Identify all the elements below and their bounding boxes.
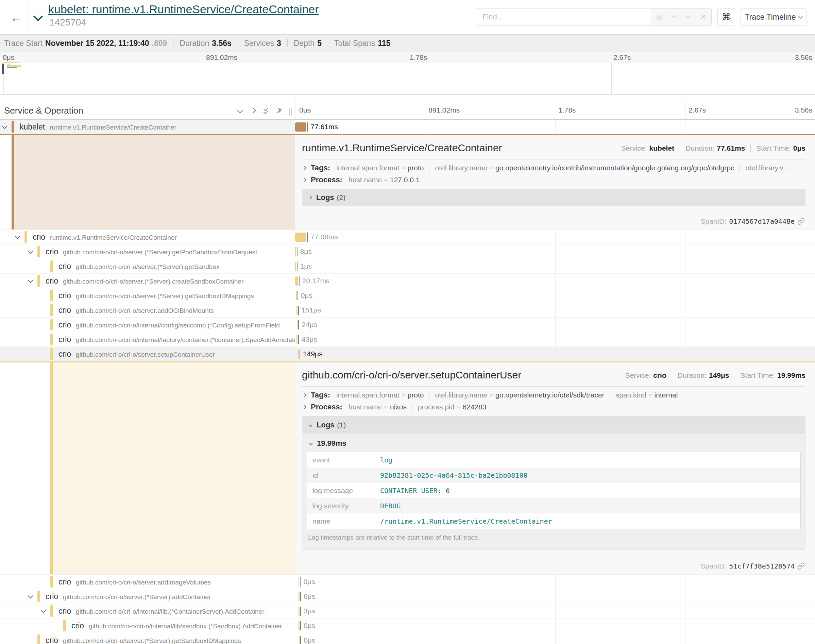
tags-row[interactable]: Tags: internal.span.format = protootel.l… bbox=[302, 391, 806, 400]
logs-toggle[interactable]: Logs (1) bbox=[302, 417, 805, 434]
find-prev-icon[interactable] bbox=[671, 15, 677, 21]
span-row[interactable]: criogithub.com/cri-o/cri-o/server.addIma… bbox=[0, 575, 815, 589]
span-row[interactable]: criogithub.com/cri-o/cri-o/server.addOCI… bbox=[0, 303, 815, 317]
minimap-tick: 0μs bbox=[3, 54, 14, 61]
duration-bar[interactable] bbox=[295, 247, 296, 256]
process-row[interactable]: Process: host.name = nixosprocess.pid = … bbox=[302, 403, 806, 411]
trace-start-value: November 15 2022, 11:19:40 bbox=[45, 39, 149, 48]
span-name-cell[interactable]: crioruntime.v1.RuntimeService/CreateCont… bbox=[0, 230, 295, 244]
duration-bar[interactable] bbox=[295, 233, 306, 242]
duration-bar[interactable] bbox=[299, 607, 300, 616]
span-row[interactable]: criogithub.com/cri-o/cri-o/server.(*Serv… bbox=[0, 633, 815, 644]
back-arrow-icon[interactable]: ← bbox=[8, 9, 25, 26]
log-entry-toggle[interactable]: 19.99ms bbox=[308, 439, 801, 448]
span-row[interactable]: criogithub.com/cri-o/cri-o/server.(*Serv… bbox=[0, 589, 815, 604]
locate-icon[interactable]: ◎ bbox=[656, 12, 662, 21]
span-row[interactable]: kubeletruntime.v1.RuntimeService/CreateC… bbox=[0, 120, 815, 134]
link-icon[interactable] bbox=[797, 218, 805, 225]
operation-name: github.com/cri-o/cri-o/server.setupConta… bbox=[76, 351, 215, 358]
span-timeline-cell[interactable]: 20.17ms bbox=[295, 274, 815, 288]
duration-bar[interactable] bbox=[297, 306, 297, 315]
duration-bar[interactable] bbox=[299, 621, 300, 630]
duration-bar[interactable] bbox=[298, 350, 299, 359]
chevron-down-icon[interactable] bbox=[28, 248, 33, 254]
span-row[interactable]: criogithub.com/cri-o/cri-o/internal/lib.… bbox=[0, 604, 815, 618]
span-name-cell[interactable]: criogithub.com/cri-o/cri-o/server.setupC… bbox=[0, 347, 295, 361]
logs-toggle[interactable]: Logs (2) bbox=[302, 189, 806, 206]
expand-all-icon[interactable] bbox=[277, 109, 279, 112]
collapse-one-icon[interactable] bbox=[237, 107, 243, 113]
find-next-icon[interactable] bbox=[685, 13, 691, 19]
span-timeline-cell[interactable]: 0μs bbox=[295, 575, 815, 589]
span-timeline-cell[interactable]: 43μs bbox=[295, 332, 815, 347]
chevron-down-icon[interactable] bbox=[2, 124, 8, 129]
process-row[interactable]: Process: host.name = 127.0.0.1 bbox=[302, 175, 806, 184]
span-name-cell[interactable]: criogithub.com/cri-o/cri-o/internal/conf… bbox=[0, 317, 295, 332]
minimap-drag-handle[interactable] bbox=[2, 64, 4, 74]
span-name-cell[interactable]: criogithub.com/cri-o/cri-o/server.addIma… bbox=[0, 575, 295, 589]
span-row[interactable]: criogithub.com/cri-o/cri-o/internal/conf… bbox=[0, 317, 815, 332]
collapse-all-icon[interactable] bbox=[264, 107, 268, 113]
duration-bar[interactable] bbox=[299, 577, 300, 587]
duration-label: Duration bbox=[179, 39, 209, 48]
span-timeline-cell[interactable]: 8μs bbox=[295, 244, 815, 259]
span-row[interactable]: criogithub.com/cri-o/cri-o/internal/fact… bbox=[0, 332, 815, 347]
span-timeline-cell[interactable]: 6μs bbox=[295, 589, 815, 604]
span-row[interactable]: crioruntime.v1.RuntimeService/CreateCont… bbox=[0, 230, 815, 244]
chevron-down-icon[interactable] bbox=[41, 608, 46, 613]
span-row[interactable]: criogithub.com/cri-o/cri-o/server.setupC… bbox=[0, 347, 815, 362]
span-timeline-cell[interactable]: 0μs bbox=[295, 618, 815, 633]
duration-bar[interactable] bbox=[296, 291, 297, 300]
span-name-cell[interactable]: criogithub.com/cri-o/cri-o/server.(*Serv… bbox=[0, 589, 295, 604]
duration-bar[interactable] bbox=[295, 262, 296, 271]
span-timeline-cell[interactable]: 77.08ms bbox=[295, 230, 815, 244]
span-timeline-cell[interactable]: 24μs bbox=[295, 317, 815, 332]
duration-bar[interactable] bbox=[295, 123, 306, 132]
span-row[interactable]: criogithub.com/cri-o/cri-o/server.(*Serv… bbox=[0, 259, 815, 274]
view-selector-button[interactable]: Trace Timeline bbox=[740, 8, 806, 26]
duration-bar[interactable] bbox=[299, 592, 300, 601]
span-row[interactable]: criogithub.com/cri-o/cri-o/server.(*Serv… bbox=[0, 288, 815, 303]
tags-row[interactable]: Tags: internal.span.format = protootel.l… bbox=[302, 164, 806, 172]
duration-bar[interactable] bbox=[297, 335, 297, 344]
chevron-down-icon[interactable] bbox=[15, 234, 20, 239]
span-row[interactable]: criogithub.com/cri-o/cri-o/internal/lib/… bbox=[0, 618, 815, 633]
span-name-cell[interactable]: criogithub.com/cri-o/cri-o/server.(*Serv… bbox=[0, 244, 295, 259]
duration-bar[interactable] bbox=[295, 276, 298, 286]
span-timeline-cell[interactable]: 0μs bbox=[295, 288, 815, 303]
span-row[interactable]: criogithub.com/cri-o/cri-o/server.(*Serv… bbox=[0, 244, 815, 259]
collapse-trace-header-icon[interactable] bbox=[33, 12, 43, 21]
span-name-cell[interactable]: criogithub.com/cri-o/cri-o/internal/lib.… bbox=[0, 604, 295, 618]
span-timeline-cell[interactable]: 151μs bbox=[295, 303, 815, 317]
expand-one-icon[interactable] bbox=[250, 107, 256, 113]
span-name-cell[interactable]: criogithub.com/cri-o/cri-o/server.addOCI… bbox=[0, 303, 295, 317]
service-name: crio bbox=[58, 335, 71, 344]
chevron-down-icon[interactable] bbox=[28, 593, 33, 599]
span-timeline-cell[interactable]: 1μs bbox=[295, 259, 815, 273]
span-row[interactable]: criogithub.com/cri-o/cri-o/server.(*Serv… bbox=[0, 274, 815, 288]
tag-pill: span.kind = internal bbox=[616, 391, 678, 399]
duration-bar[interactable] bbox=[297, 320, 298, 330]
trace-title-link[interactable]: kubelet: runtime.v1.RuntimeService/Creat… bbox=[48, 3, 319, 16]
span-timeline-cell[interactable]: 77.61ms bbox=[295, 120, 815, 134]
operation-name: runtime.v1.RuntimeService/CreateContaine… bbox=[50, 234, 177, 241]
span-timeline-cell[interactable]: 149μs bbox=[295, 347, 815, 361]
span-name-cell[interactable]: criogithub.com/cri-o/cri-o/internal/lib/… bbox=[0, 618, 295, 633]
link-icon[interactable] bbox=[797, 563, 805, 570]
span-name-cell[interactable]: criogithub.com/cri-o/cri-o/server.(*Serv… bbox=[0, 274, 295, 288]
keyboard-shortcuts-button[interactable]: ⌘ bbox=[717, 8, 735, 26]
find-input[interactable] bbox=[476, 9, 651, 26]
span-timeline-cell[interactable]: 3μs bbox=[295, 604, 815, 618]
trace-minimap[interactable] bbox=[0, 63, 815, 95]
column-resizer[interactable] bbox=[290, 108, 292, 116]
span-name-cell[interactable]: criogithub.com/cri-o/cri-o/server.(*Serv… bbox=[0, 288, 295, 303]
clear-find-icon[interactable]: ✕ bbox=[700, 12, 706, 21]
span-timeline-cell[interactable]: 0μs bbox=[295, 633, 815, 644]
span-color-bar bbox=[50, 261, 53, 272]
duration-bar[interactable] bbox=[299, 636, 300, 644]
chevron-down-icon[interactable] bbox=[28, 278, 33, 283]
span-name-cell[interactable]: criogithub.com/cri-o/cri-o/internal/fact… bbox=[0, 332, 295, 347]
span-name-cell[interactable]: criogithub.com/cri-o/cri-o/server.(*Serv… bbox=[0, 633, 295, 644]
span-name-cell[interactable]: kubeletruntime.v1.RuntimeService/CreateC… bbox=[0, 120, 295, 134]
span-name-cell[interactable]: criogithub.com/cri-o/cri-o/server.(*Serv… bbox=[0, 259, 295, 273]
